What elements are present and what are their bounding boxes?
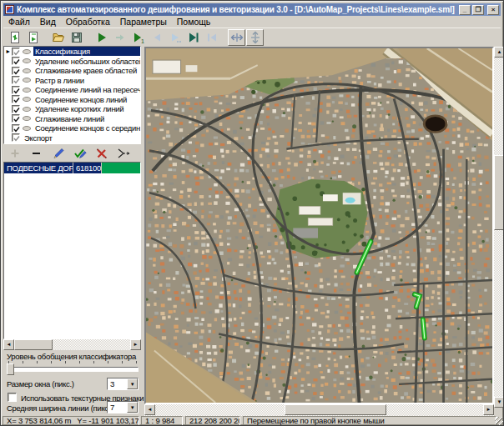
map-v-scrollbar[interactable]: ▲ ▼ (494, 47, 504, 408)
resize-grip[interactable] (495, 417, 504, 426)
menu-item-0[interactable]: Файл (3, 16, 35, 28)
generalization-slider[interactable] (7, 367, 139, 372)
step-label: Экспорт (23, 133, 54, 143)
status-pixel-values: 212 208 200 207 (185, 416, 240, 426)
fit-width-icon[interactable] (228, 29, 245, 46)
texture-checkbox[interactable] (8, 393, 17, 402)
step-checkbox (12, 48, 20, 56)
pipeline-step-9[interactable]: Экспорт (4, 133, 140, 143)
run-all-icon[interactable] (93, 29, 110, 46)
maximize-button[interactable]: ❐ (472, 5, 484, 15)
step-checkbox[interactable] (12, 57, 20, 65)
save-project-icon[interactable] (68, 29, 85, 46)
status-coordinates: X= 3 753 814,06 m Y= -11 901 103,17 m (3, 416, 139, 426)
step-label: Соединение концов с серединой (33, 123, 141, 133)
window-size-label: Размер окна (пикс.) (7, 379, 74, 388)
class-code-cell[interactable]: 61810000 (73, 163, 102, 173)
status-x: X= 3 753 814,06 m (7, 416, 71, 425)
fit-height-icon[interactable] (246, 29, 264, 46)
run-one-step-icon[interactable]: 1 (129, 29, 147, 46)
step-checkbox[interactable] (12, 124, 20, 133)
window-size-combo[interactable]: 3 ▼ (107, 378, 139, 390)
scroll-up-icon[interactable]: ▲ (494, 47, 504, 58)
line-width-combo[interactable]: 7 ▼ (107, 401, 139, 413)
class-name-cell[interactable]: ПОДВЕСНЫЕ ДОРОГИ (4, 163, 73, 173)
pipeline-step-0[interactable]: ►Классификация (4, 47, 140, 57)
scroll-down-icon[interactable]: ▼ (494, 397, 504, 408)
scroll-thumb[interactable] (494, 155, 504, 230)
current-step-arrow-icon: ► (4, 48, 12, 54)
step-checkbox[interactable] (12, 95, 20, 103)
step-result-icon (23, 68, 31, 73)
pipeline-step-4[interactable]: Соединение линий на пересечениях (4, 85, 140, 95)
step-checkbox[interactable] (12, 114, 20, 123)
slider-ticks (8, 361, 137, 364)
run-to-cursor-icon (166, 29, 184, 46)
status-y: Y= -11 901 103,17 m (77, 416, 139, 425)
scroll-right-icon[interactable]: ► (483, 404, 494, 415)
pipeline-step-1[interactable]: Удаление небольших областей (4, 57, 140, 67)
status-bar: X= 3 753 814,06 m Y= -11 901 103,17 m 1 … (1, 416, 504, 426)
remove-class-icon[interactable] (28, 146, 45, 161)
map-h-scrollbar[interactable]: ◄ ► (144, 404, 494, 416)
step-checkbox[interactable] (12, 86, 20, 94)
line-width-label: Средняя ширина линии (пикс.) (7, 403, 113, 413)
step-checkbox (12, 76, 20, 84)
chevron-down-icon[interactable]: ▼ (127, 402, 138, 413)
draw-sample-icon[interactable] (50, 146, 67, 161)
join-lines-icon[interactable] (115, 146, 132, 161)
delete-sample-icon[interactable] (93, 146, 110, 161)
scroll-left-icon[interactable]: ◄ (144, 404, 155, 415)
table-row[interactable]: ПОДВЕСНЫЕ ДОРОГИ 61810000 (4, 163, 140, 173)
add-class-icon (7, 146, 23, 161)
step-label: Удаление небольших областей (33, 57, 141, 66)
scroll-thumb[interactable] (285, 404, 386, 415)
step-result-icon (23, 49, 31, 54)
draw-accept-sample-icon[interactable] (72, 146, 88, 161)
pipeline-step-3[interactable]: Растр в линии (4, 76, 140, 86)
step-result-icon (23, 78, 31, 83)
scroll-left-icon[interactable]: ◄ (3, 339, 14, 350)
menu-item-2[interactable]: Обработка (61, 16, 115, 28)
status-hint: Перемещение по правой кнопке мыши (243, 416, 496, 426)
step-result-icon (23, 88, 31, 93)
window-title: Комплекс автоматизированного дешифровани… (17, 5, 459, 14)
open-project-icon[interactable] (49, 29, 67, 46)
menu-item-4[interactable]: Помощь (172, 16, 216, 28)
pipeline-step-7[interactable]: Сглаживание линий (4, 114, 140, 124)
list-h-scrollbar[interactable]: ◄ ► (3, 339, 141, 350)
scroll-right-icon[interactable]: ► (130, 339, 141, 350)
menu-item-1[interactable]: Вид (35, 16, 61, 28)
slider-thumb[interactable] (7, 363, 14, 375)
svg-text:1: 1 (141, 38, 144, 44)
step-back-icon (148, 29, 165, 46)
minimize-button[interactable]: _ (459, 5, 471, 15)
scroll-thumb[interactable] (14, 339, 53, 350)
pipeline-step-5[interactable]: Соединение концов линий (4, 95, 140, 105)
generalization-label: Уровень обобщения классификатора (7, 352, 136, 361)
step-label: Классификация (33, 47, 140, 56)
new-project-icon[interactable] (6, 29, 23, 46)
pipeline-step-2[interactable]: Сглаживание краев областей (4, 66, 140, 76)
step-label: Удаление коротких линий (33, 104, 125, 113)
reload-project-icon[interactable] (24, 29, 42, 46)
step-checkbox[interactable] (12, 105, 20, 113)
back-to-start-icon (203, 29, 220, 46)
menu-item-3[interactable]: Параметры (115, 16, 172, 28)
title-bar[interactable]: Комплекс автоматизированного дешифровани… (3, 3, 501, 16)
close-button[interactable]: × (487, 5, 499, 15)
pipeline-list[interactable]: ►КлассификацияУдаление небольших областе… (3, 46, 141, 144)
pipeline-step-8[interactable]: Соединение концов с серединой (4, 123, 140, 133)
class-table[interactable]: ПОДВЕСНЫЕ ДОРОГИ 61810000 (3, 162, 141, 339)
pipeline-step-6[interactable]: Удаление коротких линий (4, 104, 140, 114)
aerial-photo (146, 48, 492, 403)
step-result-icon (23, 97, 31, 102)
step-result-icon (23, 126, 31, 131)
run-to-end-icon[interactable] (184, 29, 202, 46)
step-checkbox[interactable] (12, 67, 20, 75)
class-color-cell[interactable] (102, 163, 140, 173)
map-viewport[interactable] (144, 47, 494, 404)
chevron-down-icon[interactable]: ▼ (127, 378, 138, 389)
step-label: Сглаживание краев областей (33, 66, 139, 75)
step-label: Соединение линий на пересечениях (33, 85, 141, 94)
